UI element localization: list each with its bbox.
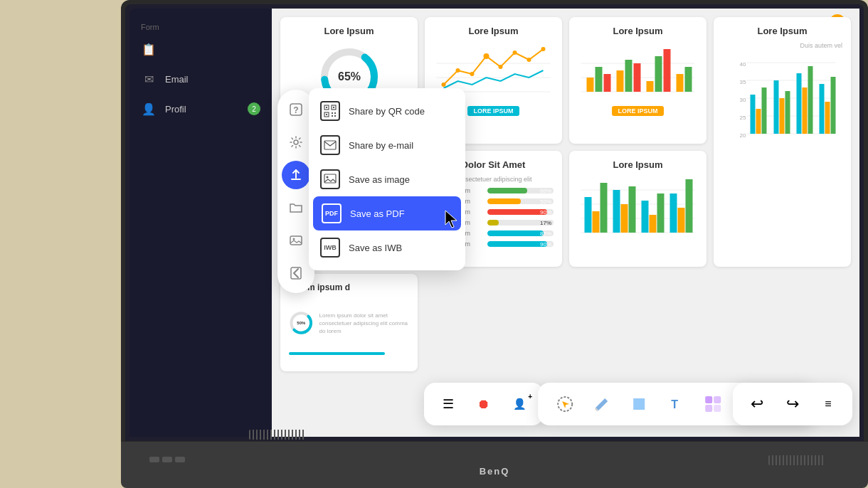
email-menu-icon — [320, 135, 340, 155]
redo-btn[interactable]: ↪ — [777, 388, 808, 420]
port-3 — [175, 457, 185, 462]
svg-point-10 — [513, 51, 517, 55]
svg-rect-82 — [714, 396, 721, 403]
shape-icon — [630, 396, 647, 413]
svg-rect-73 — [678, 208, 685, 233]
menu-save-image-label: Save as image — [349, 174, 410, 185]
svg-text:25: 25 — [740, 115, 746, 121]
svg-rect-19 — [617, 70, 624, 92]
profile-badge: 2 — [248, 102, 260, 115]
svg-rect-104 — [332, 115, 333, 117]
group-tool-btn[interactable] — [697, 388, 729, 420]
svg-rect-47 — [825, 102, 830, 134]
help-btn[interactable]: ? — [282, 95, 310, 124]
svg-rect-17 — [596, 67, 603, 92]
sidebar-item-email[interactable]: ✉ Email — [129, 64, 272, 94]
svg-point-8 — [484, 53, 489, 59]
progress-pct-2: 50% — [540, 198, 551, 204]
svg-rect-105 — [334, 115, 336, 117]
qr-icon — [320, 101, 340, 121]
sidebar-header: Form — [129, 17, 272, 34]
svg-rect-24 — [664, 49, 671, 92]
back-btn[interactable] — [282, 259, 310, 287]
menu-share-email-label: Share by e-mail — [349, 140, 413, 151]
card8-subtitle: Lorem ipsum dolor sit amet consectetuer … — [319, 312, 409, 336]
progress-pct-5: 85% — [540, 230, 551, 236]
svg-text:40: 40 — [740, 61, 746, 68]
svg-text:T: T — [671, 398, 678, 410]
card8-bar — [289, 352, 385, 355]
pen-tool-btn[interactable] — [586, 388, 618, 420]
svg-rect-16 — [587, 78, 594, 92]
svg-rect-81 — [705, 396, 712, 403]
sidebar: Form 📋 ✉ Email 👤 Profil 2 — [129, 9, 272, 437]
port-2 — [162, 457, 172, 462]
svg-rect-72 — [670, 193, 677, 233]
menu-btn[interactable]: ☰ — [433, 388, 464, 420]
select-tool-btn[interactable] — [549, 388, 581, 420]
menu-save-image[interactable]: Save as image — [309, 162, 465, 196]
progress-fill-1 — [487, 188, 527, 193]
svg-rect-42 — [785, 91, 790, 134]
undo-btn[interactable]: ↩ — [741, 388, 773, 420]
svg-rect-39 — [762, 87, 767, 134]
svg-point-6 — [456, 68, 460, 73]
svg-rect-103 — [334, 112, 336, 114]
svg-rect-67 — [621, 204, 628, 233]
upload-btn[interactable] — [282, 161, 310, 189]
bottom-right-toolbar: ↩ ↪ ≡ — [733, 383, 852, 425]
text-tool-btn[interactable]: T — [660, 388, 692, 420]
add-user-icon: 👤 — [513, 398, 526, 410]
profile-icon: 👤 — [141, 101, 157, 117]
sidebar-item-profile[interactable]: 👤 Profil 2 — [129, 94, 272, 124]
multibar-chart-svg: 40 35 30 25 20 — [722, 52, 842, 166]
svg-rect-25 — [677, 74, 684, 92]
pdf-menu-icon: PDF — [322, 203, 342, 223]
menu-save-pdf[interactable]: PDF Save as PDF — [313, 196, 461, 230]
progress-fill-4 — [487, 220, 499, 226]
card8-content: 50% Lorem ipsum dolor sit amet consectet… — [289, 298, 409, 348]
gallery-btn[interactable] — [282, 226, 310, 255]
progress-fill-3 — [487, 209, 547, 215]
monitor-ports — [149, 457, 185, 462]
svg-point-108 — [327, 176, 329, 179]
card-multibar2: Lore Ipsum — [569, 151, 706, 267]
menu-share-email[interactable]: Share by e-mail — [309, 128, 465, 162]
svg-rect-45 — [808, 66, 813, 134]
svg-rect-79 — [633, 398, 645, 410]
sidebar-profile-label: Profil — [165, 104, 186, 115]
monitor-stand: BenQ — [121, 442, 868, 488]
svg-rect-101 — [326, 114, 327, 115]
menu-share-qr[interactable]: Share by QR code — [309, 94, 465, 128]
svg-text:30: 30 — [740, 97, 746, 103]
menu-save-iwb[interactable]: IWB Save as IWB — [309, 230, 465, 265]
sidebar-item-form[interactable]: 📋 — [129, 34, 272, 64]
folder-btn[interactable] — [282, 193, 310, 222]
progress-pct-6: 90% — [540, 241, 551, 247]
svg-rect-40 — [774, 80, 779, 134]
iwb-text: IWB — [324, 244, 337, 251]
svg-rect-26 — [685, 67, 692, 92]
svg-rect-63 — [585, 197, 592, 233]
card3-title: Lore Ipsum — [578, 26, 698, 36]
progress-pct-1: 60% — [540, 188, 551, 193]
sidebar-email-label: Email — [165, 74, 189, 85]
bottom-left-toolbar: ☰ ⏺ 👤 + — [424, 383, 544, 425]
svg-rect-41 — [780, 98, 785, 134]
svg-rect-44 — [803, 87, 808, 134]
svg-rect-20 — [625, 60, 633, 92]
record-btn[interactable]: ⏺ — [468, 388, 499, 420]
svg-point-94 — [293, 238, 295, 240]
svg-rect-21 — [634, 63, 641, 92]
add-user-btn[interactable]: 👤 + — [504, 388, 535, 420]
more-btn[interactable]: ≡ — [813, 388, 844, 420]
speaker-right — [768, 455, 825, 465]
shape-tool-btn[interactable] — [623, 388, 655, 420]
svg-rect-95 — [291, 267, 301, 279]
progress-track-6: 90% — [487, 241, 554, 247]
cursor-icon — [556, 396, 573, 413]
context-menu: Share by QR code Share by e-mail — [309, 88, 465, 270]
settings-btn[interactable] — [282, 128, 310, 157]
progress-fill-2 — [487, 198, 521, 204]
svg-text:20: 20 — [740, 132, 746, 139]
